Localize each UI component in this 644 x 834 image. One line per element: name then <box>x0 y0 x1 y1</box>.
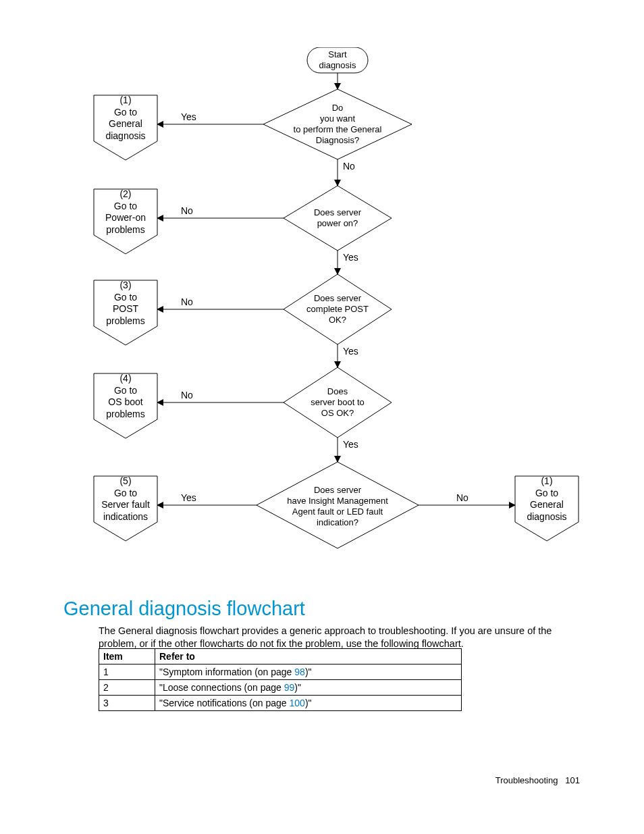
edge-d5-no: No <box>456 492 468 503</box>
table-row: 2 "Loose connections (on page 99)" <box>99 680 462 696</box>
footer-page-number: 101 <box>565 775 580 785</box>
reference-table: Item Refer to 1 "Symptom information (on… <box>99 648 462 711</box>
node-off1: (1)Go toGeneraldiagnosis <box>94 95 157 141</box>
section-heading: General diagnosis flowchart <box>63 598 305 620</box>
node-off2: (2)Go toPower-onproblems <box>94 189 157 235</box>
diagnosis-flow-chart: Startdiagnosis Doyou wantto perform the … <box>81 47 601 581</box>
intro-paragraph: The General diagnosis flowchart provides… <box>99 625 581 651</box>
node-off3: (3)Go toPOSTproblems <box>94 280 157 326</box>
cell-refer: "Loose connections (on page 99)" <box>155 680 462 696</box>
edge-d2-no: No <box>181 205 193 216</box>
node-off1r: (1)Go toGeneraldiagnosis <box>515 476 579 522</box>
page-link[interactable]: 100 <box>290 698 305 708</box>
node-d2: Does serverpower on? <box>290 201 385 235</box>
edge-d3-no: No <box>181 296 193 307</box>
node-d3: Does servercomplete POSTOK? <box>290 289 385 330</box>
node-start: Startdiagnosis <box>307 47 368 73</box>
node-d4: Doesserver boot toOS OK? <box>290 382 385 423</box>
page-link[interactable]: 99 <box>284 682 295 693</box>
cell-item: 2 <box>99 680 155 696</box>
edge-d1-no: No <box>343 161 355 172</box>
edge-d1-yes: Yes <box>181 111 196 122</box>
cell-refer: "Symptom information (on page 98)" <box>155 664 462 680</box>
edge-d2-yes: Yes <box>343 252 358 263</box>
edge-d4-yes: Yes <box>343 439 358 450</box>
edge-d3-yes: Yes <box>343 346 358 357</box>
cell-item: 3 <box>99 696 155 711</box>
footer-section: Troubleshooting <box>495 775 558 785</box>
edge-d5-yes: Yes <box>181 492 196 503</box>
page-link[interactable]: 98 <box>294 667 305 677</box>
node-off4: (4)Go toOS bootproblems <box>94 373 157 419</box>
table-row: 3 "Service notifications (on page 100)" <box>99 696 462 711</box>
edge-d4-no: No <box>181 390 193 400</box>
cell-refer: "Service notifications (on page 100)" <box>155 696 462 711</box>
col-header-item: Item <box>99 649 155 664</box>
page-footer: Troubleshooting 101 <box>495 775 580 785</box>
node-off5: (5)Go toServer faultindications <box>94 476 157 522</box>
node-d5: Does serverhave Insight ManagementAgent … <box>270 479 405 533</box>
col-header-refer: Refer to <box>155 649 462 664</box>
cell-item: 1 <box>99 664 155 680</box>
table-row: 1 "Symptom information (on page 98)" <box>99 664 462 680</box>
node-d1: Doyou wantto perform the GeneralDiagnosi… <box>270 97 405 151</box>
